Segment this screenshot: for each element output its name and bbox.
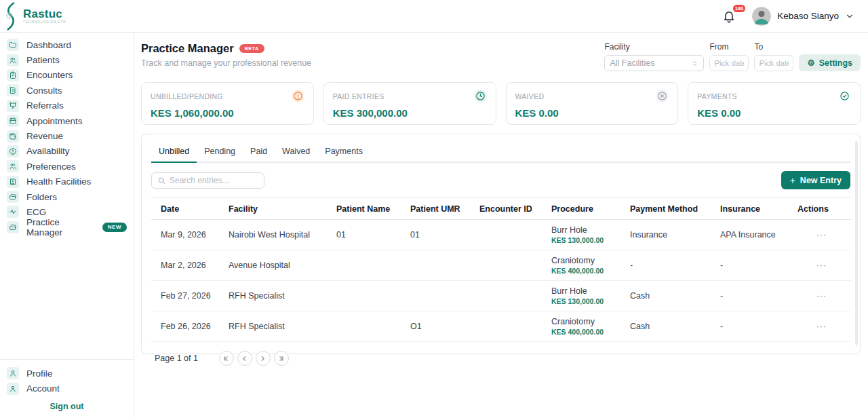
last-page-button[interactable] (274, 351, 289, 366)
scrollbar[interactable] (855, 141, 858, 345)
row-actions-button[interactable]: ··· (816, 322, 827, 331)
table-row: Feb 26, 2026RFH SpecialistO1CraniotomyKE… (151, 311, 851, 342)
row-actions-button[interactable]: ··· (816, 261, 827, 270)
folders-icon (7, 221, 19, 233)
pagination: Page 1 of 1 (151, 351, 850, 366)
row-actions-button[interactable]: ··· (816, 291, 827, 301)
column-header: Actions (792, 198, 851, 220)
sidebar-item-health-facilities[interactable]: Health Facilities (0, 174, 134, 189)
tab-unbilled[interactable]: Unbilled (151, 144, 197, 163)
sidebar-item-label: Folders (26, 192, 57, 202)
tab-paid[interactable]: Paid (243, 144, 275, 163)
sidebar-item-encounters[interactable]: Encounters (0, 68, 134, 83)
column-header: Facility (223, 198, 331, 220)
cell-insurance: APA Insurance (715, 220, 792, 250)
tab-pending[interactable]: Pending (197, 144, 243, 163)
card-value: KES 1,060,000.00 (151, 107, 304, 119)
sidebar-item-label: Referrals (26, 100, 64, 111)
sidebar-item-dashboard[interactable]: Dashboard (0, 37, 134, 52)
search-input[interactable] (170, 176, 258, 185)
sidebar-item-profile[interactable]: Profile (0, 366, 134, 381)
cell-patient-name: 01 (331, 220, 405, 250)
sidebar-item-revenue[interactable]: Revenue (0, 128, 134, 143)
sidebar-item-preferences[interactable]: Preferences (0, 159, 134, 174)
clipboard-icon (7, 69, 19, 81)
sidebar-nav: DashboardPatientsEncountersConsultsRefer… (0, 37, 134, 235)
sign-out-link[interactable]: Sign out (0, 402, 134, 411)
select-updown-icon (691, 60, 698, 67)
help-circle-icon (7, 145, 19, 157)
cell-payment-method: Cash (625, 311, 715, 342)
card-label: UNBILLED/PENDING (151, 92, 223, 100)
column-header: Date (151, 198, 223, 220)
beta-badge: BETA (239, 44, 264, 53)
tab-payments[interactable]: Payments (317, 144, 370, 163)
sidebar-item-practice-manager[interactable]: Practice ManagerNEW (0, 220, 134, 235)
table-header-row: DateFacilityPatient NamePatient UMREncou… (151, 198, 851, 220)
activity-icon (7, 206, 19, 218)
to-date-input[interactable] (754, 55, 793, 71)
calendar-icon (7, 115, 19, 127)
summary-card: WAIVED KES 0.00 (506, 82, 679, 125)
summary-card: PAYMENTS KES 0.00 (688, 82, 861, 125)
sidebar-item-label: Practice Manager (26, 217, 95, 238)
summary-card: UNBILLED/PENDING KES 1,060,000.00 (141, 82, 314, 125)
from-date-input[interactable] (709, 55, 749, 71)
first-page-button[interactable] (219, 351, 234, 366)
page-header: Practice Manager BETA Track and manage y… (141, 42, 861, 71)
tab-waived[interactable]: Waived (275, 144, 317, 163)
sidebar-item-referrals[interactable]: Referrals (0, 98, 134, 113)
alert-circle-icon (292, 90, 304, 102)
sidebar-item-appointments[interactable]: Appointments (0, 113, 134, 128)
entries-table: DateFacilityPatient NamePatient UMREncou… (151, 197, 851, 342)
table-row: Feb 27, 2026RFH SpecialistBurr HoleKES 1… (151, 281, 851, 311)
settings-button[interactable]: ⚙ Settings (799, 54, 861, 71)
avatar (752, 7, 771, 26)
folder-icon (7, 39, 19, 51)
sidebar-item-consults[interactable]: Consults (0, 83, 134, 98)
card-label: PAYMENTS (697, 92, 737, 100)
cell-insurance: - (715, 281, 792, 311)
search-box (151, 172, 264, 189)
previous-page-button[interactable] (237, 351, 252, 366)
cell-procedure: Burr HoleKES 130,000.00 (546, 281, 625, 311)
sidebar-item-folders[interactable]: Folders (0, 189, 134, 204)
new-entry-button[interactable]: + New Entry (781, 171, 850, 189)
page-title: Practice Manager (141, 42, 234, 55)
new-badge: NEW (102, 223, 127, 232)
cell-procedure: CraniotomyKES 400,000.00 (546, 311, 625, 342)
cell-procedure: CraniotomyKES 400,000.00 (546, 250, 625, 281)
main-content: Practice Manager BETA Track and manage y… (134, 33, 868, 418)
card-label: PAID ENTRIES (333, 92, 384, 100)
cell-facility: RFH Specialist (223, 311, 331, 342)
cell-patient-name (331, 281, 405, 311)
cell-date: Feb 27, 2026 (151, 281, 223, 311)
card-label: WAIVED (515, 92, 545, 100)
notifications-button[interactable]: 186 (722, 7, 740, 25)
sidebar-item-patients[interactable]: Patients (0, 52, 134, 67)
search-icon (157, 176, 165, 185)
chevron-down-icon (845, 12, 854, 21)
summary-card: PAID ENTRIES KES 300,000.00 (323, 82, 496, 125)
cell-procedure: Burr HoleKES 130,000.00 (546, 220, 625, 250)
check-circle-icon (838, 90, 851, 102)
sidebar-item-availability[interactable]: Availability (0, 144, 134, 159)
card-value: KES 0.00 (515, 107, 669, 119)
from-label: From (709, 42, 749, 52)
row-actions-button[interactable]: ··· (816, 230, 827, 240)
user-name: Kebaso Sianyo (777, 11, 839, 21)
entries-panel: UnbilledPendingPaidWaivedPayments + New … (141, 134, 861, 354)
chevron-right-icon (259, 355, 267, 362)
next-page-button[interactable] (256, 351, 271, 366)
sidebar-item-account[interactable]: Account (0, 381, 134, 396)
column-header: Procedure (546, 198, 625, 220)
person-icon (7, 383, 19, 395)
sidebar-item-label: Account (26, 383, 60, 394)
facility-select[interactable]: All Facilities (604, 55, 704, 71)
user-menu[interactable]: Kebaso Sianyo (752, 7, 854, 26)
folders-icon (7, 191, 19, 203)
sidebar-item-label: Patients (26, 55, 60, 65)
cell-date: Mar 9, 2026 (151, 220, 223, 250)
to-label: To (754, 42, 793, 52)
topbar-right: 186 Kebaso Sianyo (722, 7, 854, 26)
